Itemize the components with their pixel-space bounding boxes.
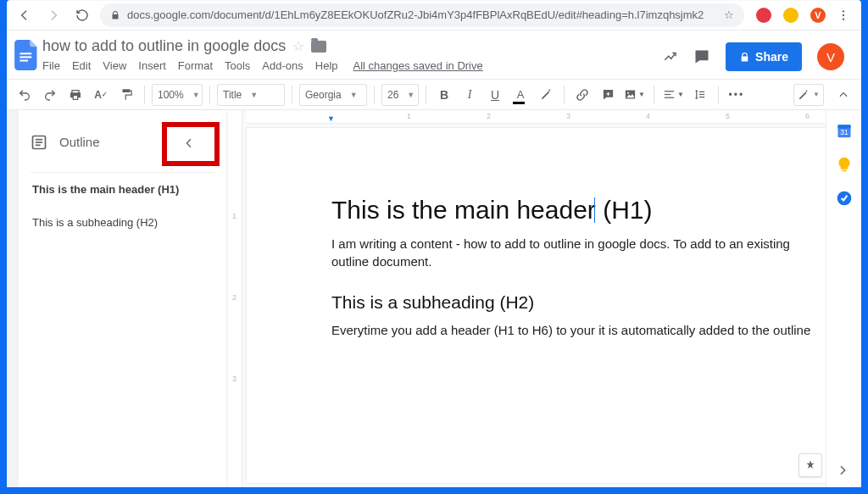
vertical-ruler: 1 2 3 [231,110,242,487]
menu-format[interactable]: Format [178,59,213,72]
font-dropdown[interactable]: Georgia▼ [299,84,367,106]
menu-insert[interactable]: Insert [138,59,166,72]
hide-menus-button[interactable] [832,83,854,107]
workspace: Outline This is the main header (H1) Thi… [7,110,861,487]
outline-icon [31,134,47,151]
svg-point-0 [843,10,844,12]
highlight-button[interactable] [535,83,557,107]
undo-button[interactable] [14,83,36,107]
svg-rect-16 [36,142,42,143]
spellcheck-button[interactable]: A✓ [90,83,112,107]
text-cursor [594,197,595,223]
zoom-dropdown[interactable]: 100%▼ [152,84,203,106]
align-button[interactable]: ▼ [661,83,686,107]
svg-rect-17 [36,144,41,146]
share-button[interactable]: Share [726,42,802,71]
paragraph[interactable]: Everytime you add a header (H1 to H6) to… [331,321,823,339]
svg-rect-3 [19,53,31,54]
save-status[interactable]: All changes saved in Drive [353,59,483,72]
browser-toolbar: docs.google.com/document/d/1EhLm6yZ8EEkO… [7,0,861,31]
calendar-icon[interactable]: 31 [836,122,853,139]
paragraph[interactable]: I am writing a content - how to add to o… [331,235,823,270]
svg-text:31: 31 [840,128,849,136]
docs-title-bar: how to add to outline in google docs ☆ F… [7,31,861,80]
back-button[interactable] [14,4,36,26]
paint-format-button[interactable] [115,83,137,107]
extension-icon[interactable] [783,8,798,23]
editing-mode-dropdown[interactable]: ▼ [793,84,824,106]
docs-logo-icon[interactable] [12,36,41,75]
svg-rect-15 [36,138,42,140]
menu-edit[interactable]: Edit [72,59,91,72]
svg-point-7 [627,92,629,94]
horizontal-ruler[interactable]: ▼ 1 2 3 4 5 6 [246,110,858,124]
document-page[interactable]: This is the main header (H1) I am writin… [246,127,858,484]
lock-icon [110,10,120,20]
extension-icon[interactable] [756,8,771,23]
profile-avatar[interactable]: V [810,8,826,23]
activity-icon[interactable] [663,49,678,64]
close-outline-button[interactable] [164,125,214,161]
text-color-button[interactable]: A [509,83,531,107]
menu-view[interactable]: View [103,59,126,72]
heading-1[interactable]: This is the main header (H1) [331,196,823,225]
menu-bar: File Edit View Insert Format Tools Add-o… [41,57,485,75]
insert-comment-button[interactable] [597,83,619,107]
tasks-icon[interactable] [836,190,853,207]
svg-rect-11 [699,92,704,92]
url-text: docs.google.com/document/d/1EhLm6yZ8EEkO… [127,8,717,21]
kebab-menu-icon[interactable] [832,4,854,26]
line-spacing-button[interactable] [689,83,711,107]
more-button[interactable]: ••• [726,83,748,107]
svg-rect-12 [699,94,704,95]
svg-rect-5 [19,60,28,62]
menu-file[interactable]: File [42,59,60,72]
outline-panel: Outline This is the main header (H1) Thi… [19,110,227,487]
account-avatar[interactable]: V [817,43,844,70]
explore-button[interactable] [798,453,822,477]
fontsize-dropdown[interactable]: 26▼ [381,84,419,106]
svg-point-2 [843,18,844,19]
svg-point-1 [843,14,844,15]
svg-rect-13 [699,97,704,97]
menu-tools[interactable]: Tools [225,59,250,72]
star-icon[interactable]: ☆ [292,38,304,54]
italic-button[interactable]: I [459,83,481,107]
svg-rect-10 [665,97,674,98]
side-panel: 31 [826,110,861,487]
print-button[interactable] [64,83,86,107]
style-dropdown[interactable]: Title▼ [217,84,285,106]
outline-item[interactable]: This is a subheading (H2) [31,206,214,239]
address-bar[interactable]: docs.google.com/document/d/1EhLm6yZ8EEkO… [100,3,744,27]
keep-icon[interactable] [836,156,853,173]
document-title[interactable]: how to add to outline in google docs [42,37,286,55]
outline-item[interactable]: This is the main header (H1) [31,173,214,206]
svg-rect-4 [19,56,31,58]
bold-button[interactable]: B [433,83,455,107]
redo-button[interactable] [39,83,61,107]
page-area: ▼ 1 2 3 4 5 6 This is the main header (H… [242,110,861,487]
forward-button[interactable] [42,4,64,26]
svg-rect-8 [665,91,674,92]
svg-rect-9 [665,94,671,95]
bookmark-star-icon[interactable]: ☆ [724,8,734,21]
underline-button[interactable]: U [484,83,506,107]
outline-title: Outline [59,135,100,149]
menu-addons[interactable]: Add-ons [262,59,303,72]
show-side-panel-button[interactable] [836,463,849,477]
docs-toolbar: A✓ 100%▼ Title▼ Georgia▼ 26▼ B I U A ▼ ▼… [7,80,861,110]
heading-2[interactable]: This is a subheading (H2) [331,292,823,313]
insert-link-button[interactable] [571,83,593,107]
insert-image-button[interactable]: ▼ [622,83,647,107]
move-folder-icon[interactable] [311,41,326,53]
comments-icon[interactable] [693,48,710,65]
menu-help[interactable]: Help [315,59,338,72]
reload-button[interactable] [71,4,93,26]
svg-rect-21 [842,170,846,172]
